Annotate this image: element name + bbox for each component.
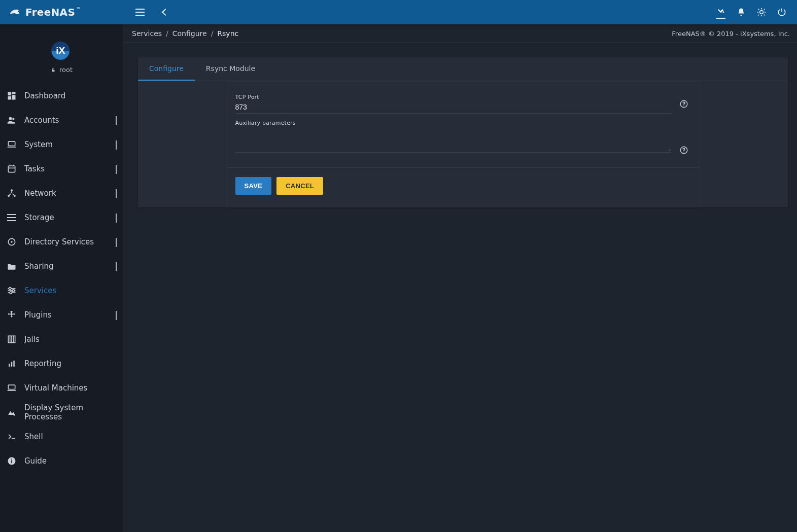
settings-button[interactable]: [751, 2, 772, 22]
aux-params-textarea-wrap: [235, 130, 672, 153]
gear-icon: [756, 7, 767, 17]
theme-button[interactable]: [711, 2, 731, 22]
sidebar-item-sharing[interactable]: Sharing: [0, 254, 123, 278]
brand[interactable]: FreeNAS ™: [8, 6, 81, 18]
tab-configure[interactable]: Configure: [138, 57, 195, 81]
form-buttons: SAVE CANCEL: [235, 177, 691, 195]
chevron-left-icon: [162, 9, 169, 16]
topbar: FreeNAS ™: [0, 0, 797, 24]
sidebar-header: root: [0, 30, 123, 79]
chevron-down-icon: [116, 238, 117, 246]
sidebar-item-reporting[interactable]: Reporting: [0, 351, 123, 376]
sidebar-item-network[interactable]: Network: [0, 181, 123, 205]
accounts-icon: [6, 115, 17, 126]
sidebar-item-accounts[interactable]: Accounts: [0, 108, 123, 132]
menu-icon: [135, 12, 145, 13]
ix-logo: [47, 41, 76, 63]
sidebar-item-tasks[interactable]: Tasks: [0, 157, 123, 181]
divider: [227, 167, 699, 168]
chevron-down-icon: [116, 116, 117, 124]
user-line: root: [50, 66, 73, 74]
form-area: TCP Port Auxiliary parameters: [220, 81, 707, 207]
sidebar-item-label: Dashboard: [24, 91, 117, 100]
chevron-down-icon: [116, 262, 117, 270]
help-icon: [679, 146, 688, 155]
sidebar-item-label: Reporting: [24, 359, 117, 368]
tab-rsync-module[interactable]: Rsync Module: [195, 57, 266, 81]
content: Configure Rsync Module TCP Port: [123, 43, 797, 217]
brand-tm: ™: [76, 7, 81, 12]
lock-icon: [50, 67, 56, 73]
sidebar-item-dashboard[interactable]: Dashboard: [0, 84, 123, 108]
field-aux-params: Auxiliary parameters: [235, 114, 691, 157]
vinyl-icon: [6, 236, 17, 247]
chevron-down-icon: [116, 140, 117, 149]
form-card: TCP Port Auxiliary parameters: [227, 81, 700, 207]
sidebar-item-label: Display System Processes: [24, 403, 117, 421]
power-icon: [777, 7, 787, 17]
breadcrumb-sep: /: [166, 29, 168, 38]
sidebar-item-label: Jails: [24, 335, 117, 344]
back-button[interactable]: [155, 2, 176, 22]
info-icon: [6, 455, 17, 467]
sidebar-item-label: Storage: [24, 213, 109, 222]
cancel-button[interactable]: CANCEL: [276, 177, 323, 195]
sidebar: root DashboardAccountsSystemTasksNetwork…: [0, 24, 123, 532]
sidebar-item-label: Services: [24, 286, 117, 295]
topbar-left: [123, 2, 176, 22]
storage-icon: [6, 212, 17, 223]
breadcrumb-services[interactable]: Services: [132, 29, 162, 38]
dashboard-icon: [6, 90, 17, 101]
sidebar-item-system[interactable]: System: [0, 132, 123, 157]
breadcrumb-rsync: Rsync: [217, 29, 238, 38]
chevron-down-icon: [116, 214, 117, 222]
sidebar-item-services[interactable]: Services: [0, 278, 123, 303]
bar-chart-icon: [6, 358, 17, 369]
sidebar-item-virtual-machines[interactable]: Virtual Machines: [0, 376, 123, 400]
copyright: FreeNAS® © 2019 - iXsystems, Inc.: [672, 30, 790, 38]
format-color-fill-icon: [716, 6, 725, 15]
field-tcp-port: TCP Port: [235, 88, 691, 114]
help-icon: [679, 99, 688, 109]
sidebar-item-guide[interactable]: Guide: [0, 449, 123, 473]
hub-icon: [6, 188, 17, 199]
laptop-icon: [6, 139, 17, 150]
save-button[interactable]: SAVE: [235, 177, 272, 195]
sidebar-item-label: Tasks: [24, 164, 109, 173]
calendar-icon: [6, 163, 17, 174]
aux-params-textarea[interactable]: [235, 130, 672, 151]
sidebar-item-plugins[interactable]: Plugins: [0, 303, 123, 327]
main: Services / Configure / Rsync FreeNAS® © …: [123, 24, 797, 532]
bell-icon: [736, 7, 746, 17]
breadcrumb-row: Services / Configure / Rsync FreeNAS® © …: [123, 24, 797, 43]
sidebar-item-label: System: [24, 140, 109, 149]
brand-area: FreeNAS ™: [0, 0, 123, 24]
sidebar-item-jails[interactable]: Jails: [0, 327, 123, 351]
sidebar-item-label: Network: [24, 189, 109, 198]
power-button[interactable]: [772, 2, 792, 22]
help-aux-params[interactable]: [677, 143, 691, 157]
menu-toggle-button[interactable]: [130, 2, 150, 22]
sidebar-item-storage[interactable]: Storage: [0, 205, 123, 230]
shark-icon: [8, 6, 20, 18]
sidebar-item-label: Accounts: [24, 116, 109, 125]
folder-share-icon: [6, 261, 17, 272]
laptop-icon: [6, 382, 17, 394]
sidebar-item-directory-services[interactable]: Directory Services: [0, 230, 123, 254]
user-name: root: [59, 66, 73, 74]
sidebar-item-shell[interactable]: Shell: [0, 424, 123, 449]
chevron-down-icon: [116, 165, 117, 173]
breadcrumb-sep: /: [211, 29, 214, 38]
nav: DashboardAccountsSystemTasksNetworkStora…: [0, 84, 123, 473]
sidebar-item-label: Directory Services: [24, 237, 109, 246]
tcp-port-input[interactable]: [235, 101, 672, 114]
topbar-right: [711, 2, 797, 22]
help-tcp-port[interactable]: [677, 97, 691, 111]
tune-icon: [6, 285, 17, 296]
breadcrumb-configure[interactable]: Configure: [172, 29, 207, 38]
sidebar-item-label: Virtual Machines: [24, 383, 117, 393]
notifications-button[interactable]: [731, 2, 751, 22]
tabs: Configure Rsync Module: [138, 57, 788, 81]
plugin-icon: [6, 309, 17, 321]
sidebar-item-display-system-processes[interactable]: Display System Processes: [0, 400, 123, 424]
